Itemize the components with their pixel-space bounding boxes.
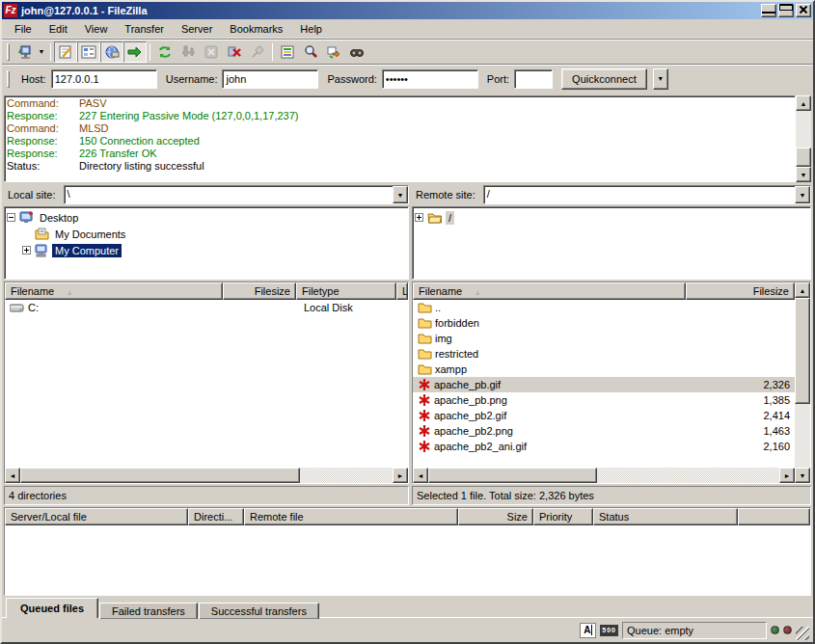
column-header-empty bbox=[738, 508, 810, 525]
scroll-right-button[interactable]: ► bbox=[779, 468, 795, 483]
tree-label-desktop[interactable]: Desktop bbox=[37, 211, 81, 225]
message-log[interactable]: Command:PASV Response:227 Entering Passi… bbox=[4, 95, 796, 182]
scroll-down-button[interactable]: ▼ bbox=[796, 167, 811, 182]
chevron-down-icon[interactable]: ▼ bbox=[393, 186, 408, 203]
tree-label-root[interactable]: / bbox=[446, 211, 454, 225]
speed-limit-indicator-icon[interactable]: 500 bbox=[600, 625, 618, 636]
tree-item-root[interactable]: / bbox=[415, 209, 810, 226]
list-item-file-selected[interactable]: apache_pb.gif 2,326 bbox=[413, 377, 795, 392]
scroll-down-button[interactable]: ▼ bbox=[795, 468, 810, 483]
tree-item-my-documents[interactable]: My Documents bbox=[7, 226, 408, 242]
list-item-folder[interactable]: restricted bbox=[413, 346, 795, 362]
remote-directory-tree[interactable]: / bbox=[412, 206, 811, 280]
scroll-left-button[interactable]: ◄ bbox=[5, 468, 20, 483]
scroll-thumb[interactable] bbox=[20, 468, 300, 483]
toggle-local-tree-button[interactable] bbox=[77, 41, 100, 63]
scroll-thumb[interactable] bbox=[428, 468, 597, 483]
close-button[interactable] bbox=[796, 4, 811, 17]
menu-view[interactable]: View bbox=[76, 21, 117, 37]
collapse-icon[interactable] bbox=[7, 213, 15, 222]
remote-site-combobox[interactable]: / ▼ bbox=[483, 185, 811, 204]
column-header-size[interactable]: Size bbox=[458, 508, 533, 525]
cancel-button[interactable] bbox=[200, 41, 223, 63]
tab-queued-files[interactable]: Queued files bbox=[6, 598, 98, 618]
directory-filter-button[interactable] bbox=[276, 41, 299, 63]
column-header-filetype[interactable]: Filetype bbox=[296, 282, 396, 300]
toolbar-gripper[interactable] bbox=[7, 43, 10, 61]
scroll-thumb[interactable] bbox=[795, 298, 810, 404]
password-input[interactable] bbox=[382, 69, 478, 89]
tree-label-my-documents[interactable]: My Documents bbox=[52, 228, 128, 241]
list-item-file[interactable]: apache_pb2_ani.gif 2,160 bbox=[413, 439, 795, 454]
toggle-message-log-button[interactable] bbox=[54, 41, 77, 63]
remote-vertical-scrollbar[interactable]: ▲ ▼ bbox=[795, 282, 810, 483]
tree-item-my-computer[interactable]: My Computer bbox=[7, 242, 408, 258]
menu-edit[interactable]: Edit bbox=[41, 21, 76, 37]
column-header-filesize[interactable]: Filesize bbox=[223, 282, 296, 300]
maximize-button[interactable] bbox=[778, 4, 794, 17]
column-header-filesize[interactable]: Filesize bbox=[686, 282, 795, 300]
username-input[interactable] bbox=[222, 69, 318, 89]
refresh-button[interactable] bbox=[153, 41, 177, 63]
scroll-left-button[interactable]: ◄ bbox=[413, 468, 428, 483]
expand-icon[interactable] bbox=[415, 213, 423, 222]
list-item-folder[interactable]: xampp bbox=[413, 362, 795, 377]
column-header-filename[interactable]: Filename▲ bbox=[5, 282, 223, 300]
folder-icon bbox=[418, 348, 432, 360]
process-queue-button[interactable] bbox=[177, 41, 200, 63]
column-header-remote-file[interactable]: Remote file bbox=[244, 508, 458, 525]
list-item-folder[interactable]: forbidden bbox=[413, 315, 795, 331]
reconnect-button[interactable] bbox=[246, 41, 269, 63]
menu-bookmarks[interactable]: Bookmarks bbox=[221, 21, 291, 37]
list-item-folder[interactable]: .. bbox=[413, 300, 795, 315]
find-files-button[interactable] bbox=[345, 41, 368, 63]
tab-successful-transfers[interactable]: Successful transfers bbox=[199, 603, 319, 619]
local-horizontal-scrollbar[interactable]: ◄ ► bbox=[5, 468, 408, 483]
list-item-file[interactable]: apache_pb2.gif 2,414 bbox=[413, 408, 795, 423]
scroll-up-button[interactable]: ▲ bbox=[796, 95, 811, 111]
local-directory-tree[interactable]: Desktop My Documents My Computer bbox=[4, 206, 409, 280]
scroll-thumb[interactable] bbox=[796, 148, 811, 167]
list-item-drive-c[interactable]: C: Local Disk bbox=[5, 300, 408, 315]
column-header-server-local-file[interactable]: Server/Local file bbox=[5, 508, 188, 525]
menu-server[interactable]: Server bbox=[173, 21, 221, 37]
synchronized-browsing-button[interactable] bbox=[322, 41, 345, 63]
column-header-priority[interactable]: Priority bbox=[533, 508, 593, 525]
list-item-folder[interactable]: img bbox=[413, 331, 795, 346]
tree-item-desktop[interactable]: Desktop bbox=[7, 209, 408, 226]
tree-label-my-computer[interactable]: My Computer bbox=[52, 244, 122, 257]
list-item-file[interactable]: apache_pb2.png 1,463 bbox=[413, 423, 795, 439]
title-bar[interactable]: Fz john@127.0.0.1 - FileZilla bbox=[2, 2, 813, 19]
scroll-up-button[interactable]: ▲ bbox=[795, 282, 810, 298]
quickconnect-button[interactable]: Quickconnect bbox=[561, 68, 647, 90]
host-input[interactable] bbox=[51, 69, 157, 89]
local-site-combobox[interactable]: \ ▼ bbox=[64, 185, 409, 204]
menu-help[interactable]: Help bbox=[291, 21, 331, 37]
disconnect-button[interactable] bbox=[223, 41, 246, 63]
toggle-transfer-queue-button[interactable] bbox=[123, 41, 147, 63]
queue-body[interactable] bbox=[5, 525, 810, 595]
column-header-direction[interactable]: Directi... bbox=[188, 508, 244, 525]
remote-horizontal-scrollbar[interactable]: ◄ ► bbox=[413, 468, 795, 483]
scroll-right-button[interactable]: ► bbox=[393, 468, 408, 483]
minimize-button[interactable] bbox=[761, 4, 776, 17]
transfer-type-icon[interactable]: A bbox=[580, 623, 596, 638]
directory-comparison-button[interactable] bbox=[299, 41, 322, 63]
menu-transfer[interactable]: Transfer bbox=[116, 21, 173, 37]
tab-failed-transfers[interactable]: Failed transfers bbox=[99, 603, 198, 619]
column-header-filename[interactable]: Filename▲ bbox=[413, 282, 686, 300]
list-item-file[interactable]: apache_pb.png 1,385 bbox=[413, 392, 795, 408]
expand-icon[interactable] bbox=[22, 246, 31, 255]
column-header-lastmodified[interactable]: L bbox=[396, 282, 408, 300]
resize-grip[interactable] bbox=[796, 627, 809, 640]
menu-file[interactable]: File bbox=[6, 21, 41, 37]
log-vertical-scrollbar[interactable]: ▲ ▼ bbox=[796, 95, 811, 182]
port-input[interactable] bbox=[514, 69, 553, 89]
site-manager-dropdown[interactable]: ▼ bbox=[36, 41, 47, 63]
chevron-down-icon[interactable]: ▼ bbox=[795, 186, 810, 203]
quickconnect-dropdown[interactable]: ▼ bbox=[653, 68, 668, 90]
toggle-remote-tree-button[interactable] bbox=[100, 41, 123, 63]
quickconnect-gripper[interactable] bbox=[7, 70, 10, 88]
site-manager-button[interactable] bbox=[13, 41, 36, 63]
column-header-status[interactable]: Status bbox=[593, 508, 738, 525]
